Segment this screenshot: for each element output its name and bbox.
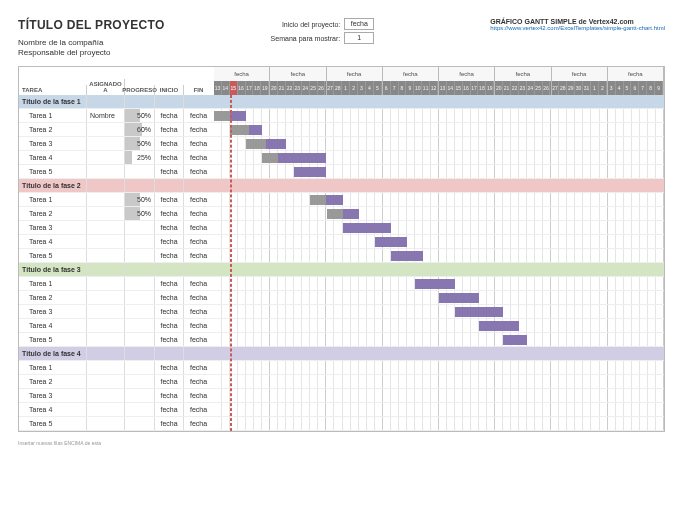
task-assigned[interactable] — [87, 221, 125, 234]
gantt-bar[interactable] — [391, 251, 423, 261]
task-end[interactable]: fecha — [184, 277, 213, 290]
gantt-bar[interactable] — [230, 125, 262, 135]
task-end[interactable]: fecha — [184, 221, 213, 234]
task-start[interactable]: fecha — [155, 375, 184, 388]
phase-row[interactable]: Título de la fase 2 — [19, 179, 214, 193]
task-start[interactable]: fecha — [155, 361, 184, 374]
task-row[interactable]: Tarea 4fechafecha — [19, 403, 214, 417]
task-start[interactable]: fecha — [155, 319, 184, 332]
task-end[interactable]: fecha — [184, 123, 213, 136]
task-start[interactable]: fecha — [155, 291, 184, 304]
task-row[interactable]: Tarea 4fechafecha — [19, 319, 214, 333]
task-end[interactable]: fecha — [184, 165, 213, 178]
task-start[interactable]: fecha — [155, 277, 184, 290]
gantt-bar[interactable] — [375, 237, 407, 247]
task-start[interactable]: fecha — [155, 109, 184, 122]
gantt-bar[interactable] — [262, 153, 326, 163]
task-row[interactable]: Tarea 1fechafecha — [19, 361, 214, 375]
task-start[interactable]: fecha — [155, 165, 184, 178]
task-assigned[interactable] — [87, 123, 125, 136]
task-row[interactable]: Tarea 4fechafecha — [19, 235, 214, 249]
task-start[interactable]: fecha — [155, 305, 184, 318]
task-progress[interactable] — [125, 291, 155, 304]
task-assigned[interactable] — [87, 389, 125, 402]
task-start[interactable]: fecha — [155, 193, 184, 206]
task-row[interactable]: Tarea 3fechafecha — [19, 305, 214, 319]
task-row[interactable]: Tarea 1fechafecha — [19, 277, 214, 291]
task-start[interactable]: fecha — [155, 235, 184, 248]
gantt-bar[interactable] — [479, 321, 519, 331]
task-progress[interactable] — [125, 277, 155, 290]
task-row[interactable]: Tarea 150%fechafecha — [19, 193, 214, 207]
task-progress[interactable]: 60% — [125, 123, 155, 136]
task-end[interactable]: fecha — [184, 249, 213, 262]
gantt-bar[interactable] — [327, 209, 359, 219]
task-start[interactable]: fecha — [155, 137, 184, 150]
task-end[interactable]: fecha — [184, 361, 213, 374]
gantt-bar[interactable] — [455, 307, 503, 317]
task-progress[interactable] — [125, 249, 155, 262]
task-row[interactable]: Tarea 5fechafecha — [19, 165, 214, 179]
gantt-bar[interactable] — [439, 293, 479, 303]
task-progress[interactable] — [125, 319, 155, 332]
task-progress[interactable]: 50% — [125, 137, 155, 150]
task-start[interactable]: fecha — [155, 333, 184, 346]
task-assigned[interactable] — [87, 333, 125, 346]
gantt-bar[interactable] — [294, 167, 326, 177]
task-end[interactable]: fecha — [184, 417, 213, 430]
task-start[interactable]: fecha — [155, 417, 184, 430]
task-progress[interactable]: 25% — [125, 151, 155, 164]
task-progress[interactable] — [125, 333, 155, 346]
task-end[interactable]: fecha — [184, 375, 213, 388]
task-row[interactable]: Tarea 1Nombre50%fechafecha — [19, 109, 214, 123]
task-assigned[interactable] — [87, 193, 125, 206]
task-end[interactable]: fecha — [184, 137, 213, 150]
task-assigned[interactable]: Nombre — [87, 109, 125, 122]
task-assigned[interactable] — [87, 291, 125, 304]
task-progress[interactable]: 50% — [125, 109, 155, 122]
task-assigned[interactable] — [87, 207, 125, 220]
task-assigned[interactable] — [87, 319, 125, 332]
task-start[interactable]: fecha — [155, 123, 184, 136]
credit-link[interactable]: https://www.vertex42.com/ExcelTemplates/… — [490, 25, 665, 31]
task-progress[interactable]: 50% — [125, 207, 155, 220]
task-assigned[interactable] — [87, 277, 125, 290]
task-row[interactable]: Tarea 5fechafecha — [19, 417, 214, 431]
phase-row[interactable]: Título de la fase 4 — [19, 347, 214, 361]
task-end[interactable]: fecha — [184, 319, 213, 332]
task-row[interactable]: Tarea 250%fechafecha — [19, 207, 214, 221]
task-start[interactable]: fecha — [155, 403, 184, 416]
task-progress[interactable] — [125, 375, 155, 388]
task-assigned[interactable] — [87, 235, 125, 248]
task-row[interactable]: Tarea 425%fechafecha — [19, 151, 214, 165]
task-assigned[interactable] — [87, 165, 125, 178]
task-end[interactable]: fecha — [184, 389, 213, 402]
task-row[interactable]: Tarea 260%fechafecha — [19, 123, 214, 137]
task-assigned[interactable] — [87, 403, 125, 416]
company-name[interactable]: Nombre de la compañía — [18, 38, 165, 47]
task-row[interactable]: Tarea 5fechafecha — [19, 333, 214, 347]
task-row[interactable]: Tarea 3fechafecha — [19, 221, 214, 235]
gantt-bar[interactable] — [343, 223, 391, 233]
project-title[interactable]: TÍTULO DEL PROYECTO — [18, 18, 165, 32]
task-progress[interactable] — [125, 221, 155, 234]
task-row[interactable]: Tarea 3fechafecha — [19, 389, 214, 403]
task-end[interactable]: fecha — [184, 151, 213, 164]
task-row[interactable]: Tarea 2fechafecha — [19, 375, 214, 389]
task-assigned[interactable] — [87, 375, 125, 388]
project-start-input[interactable]: fecha — [344, 18, 374, 30]
task-assigned[interactable] — [87, 249, 125, 262]
task-end[interactable]: fecha — [184, 207, 213, 220]
gantt-bar[interactable] — [503, 335, 527, 345]
gantt-bar[interactable] — [246, 139, 286, 149]
task-assigned[interactable] — [87, 137, 125, 150]
task-assigned[interactable] — [87, 305, 125, 318]
task-end[interactable]: fecha — [184, 235, 213, 248]
task-assigned[interactable] — [87, 417, 125, 430]
task-start[interactable]: fecha — [155, 249, 184, 262]
task-start[interactable]: fecha — [155, 389, 184, 402]
task-end[interactable]: fecha — [184, 403, 213, 416]
task-progress[interactable] — [125, 403, 155, 416]
task-progress[interactable] — [125, 305, 155, 318]
task-end[interactable]: fecha — [184, 333, 213, 346]
